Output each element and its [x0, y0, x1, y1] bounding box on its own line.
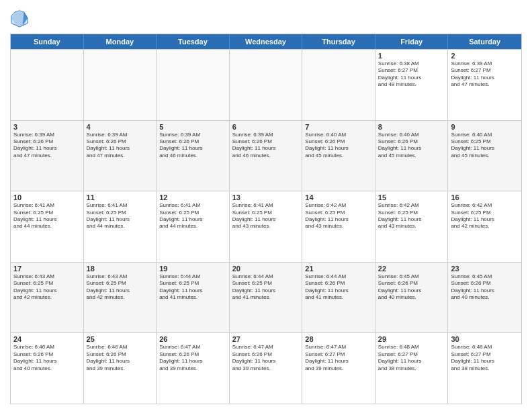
day-number: 14 [305, 193, 372, 201]
day-info: Sunrise: 6:39 AM Sunset: 6:27 PM Dayligh… [451, 60, 519, 89]
day-number: 2 [451, 52, 519, 60]
cal-cell-empty-4 [302, 50, 375, 120]
cal-cell-20: 20Sunrise: 6:44 AM Sunset: 6:25 PM Dayli… [230, 263, 303, 333]
cal-cell-10: 10Sunrise: 6:41 AM Sunset: 6:25 PM Dayli… [11, 191, 84, 262]
cal-cell-empty-2 [157, 50, 230, 120]
cal-cell-4: 4Sunrise: 6:39 AM Sunset: 6:26 PM Daylig… [84, 121, 157, 191]
day-info: Sunrise: 6:47 AM Sunset: 6:27 PM Dayligh… [305, 344, 372, 372]
cal-cell-28: 28Sunrise: 6:47 AM Sunset: 6:27 PM Dayli… [302, 333, 375, 404]
day-number: 29 [378, 335, 445, 343]
cal-cell-26: 26Sunrise: 6:47 AM Sunset: 6:26 PM Dayli… [157, 333, 230, 404]
calendar-row-2: 10Sunrise: 6:41 AM Sunset: 6:25 PM Dayli… [11, 191, 521, 262]
logo [10, 9, 32, 28]
cal-cell-3: 3Sunrise: 6:39 AM Sunset: 6:26 PM Daylig… [11, 121, 84, 191]
day-info: Sunrise: 6:45 AM Sunset: 6:26 PM Dayligh… [451, 273, 519, 302]
day-header-monday: Monday [84, 34, 157, 49]
day-info: Sunrise: 6:48 AM Sunset: 6:27 PM Dayligh… [451, 344, 519, 372]
cal-cell-30: 30Sunrise: 6:48 AM Sunset: 6:27 PM Dayli… [448, 333, 521, 404]
day-info: Sunrise: 6:40 AM Sunset: 6:26 PM Dayligh… [305, 132, 372, 160]
day-info: Sunrise: 6:47 AM Sunset: 6:26 PM Dayligh… [159, 344, 226, 372]
cal-cell-18: 18Sunrise: 6:43 AM Sunset: 6:25 PM Dayli… [84, 263, 157, 333]
calendar-row-1: 3Sunrise: 6:39 AM Sunset: 6:26 PM Daylig… [11, 120, 521, 191]
day-info: Sunrise: 6:48 AM Sunset: 6:27 PM Dayligh… [378, 344, 445, 372]
cal-cell-16: 16Sunrise: 6:42 AM Sunset: 6:25 PM Dayli… [448, 191, 521, 262]
page: SundayMondayTuesdayWednesdayThursdayFrid… [0, 0, 532, 411]
day-number: 1 [378, 52, 445, 60]
day-info: Sunrise: 6:41 AM Sunset: 6:25 PM Dayligh… [13, 202, 81, 230]
day-info: Sunrise: 6:38 AM Sunset: 6:27 PM Dayligh… [378, 60, 445, 89]
day-number: 13 [232, 193, 300, 201]
day-info: Sunrise: 6:42 AM Sunset: 6:25 PM Dayligh… [451, 202, 519, 230]
cal-cell-14: 14Sunrise: 6:42 AM Sunset: 6:25 PM Dayli… [302, 191, 375, 262]
cal-cell-7: 7Sunrise: 6:40 AM Sunset: 6:26 PM Daylig… [302, 121, 375, 191]
calendar-row-4: 24Sunrise: 6:46 AM Sunset: 6:26 PM Dayli… [11, 332, 521, 404]
day-number: 23 [451, 265, 519, 273]
cal-cell-13: 13Sunrise: 6:41 AM Sunset: 6:25 PM Dayli… [230, 191, 303, 262]
day-number: 3 [13, 123, 81, 131]
day-info: Sunrise: 6:40 AM Sunset: 6:25 PM Dayligh… [451, 132, 519, 160]
day-info: Sunrise: 6:44 AM Sunset: 6:25 PM Dayligh… [232, 273, 300, 302]
day-number: 20 [232, 265, 300, 273]
day-header-tuesday: Tuesday [157, 34, 230, 49]
day-number: 30 [451, 335, 519, 343]
cal-cell-17: 17Sunrise: 6:43 AM Sunset: 6:25 PM Dayli… [11, 263, 84, 333]
calendar-header: SundayMondayTuesdayWednesdayThursdayFrid… [11, 34, 521, 49]
day-info: Sunrise: 6:39 AM Sunset: 6:26 PM Dayligh… [87, 132, 154, 160]
day-number: 24 [13, 335, 81, 343]
day-number: 28 [305, 335, 372, 343]
calendar-body: 1Sunrise: 6:38 AM Sunset: 6:27 PM Daylig… [11, 49, 521, 404]
day-number: 21 [305, 265, 372, 273]
day-info: Sunrise: 6:46 AM Sunset: 6:26 PM Dayligh… [87, 344, 154, 372]
day-info: Sunrise: 6:39 AM Sunset: 6:26 PM Dayligh… [13, 132, 81, 160]
day-info: Sunrise: 6:39 AM Sunset: 6:26 PM Dayligh… [232, 132, 300, 160]
day-number: 8 [378, 123, 445, 131]
cal-cell-8: 8Sunrise: 6:40 AM Sunset: 6:26 PM Daylig… [375, 121, 449, 191]
day-number: 19 [159, 265, 226, 273]
day-number: 12 [159, 193, 226, 201]
day-number: 5 [159, 123, 226, 131]
cal-cell-19: 19Sunrise: 6:44 AM Sunset: 6:25 PM Dayli… [157, 263, 230, 333]
cal-cell-2: 2Sunrise: 6:39 AM Sunset: 6:27 PM Daylig… [448, 50, 521, 120]
day-number: 15 [378, 193, 445, 201]
cal-cell-24: 24Sunrise: 6:46 AM Sunset: 6:26 PM Dayli… [11, 333, 84, 404]
calendar-row-0: 1Sunrise: 6:38 AM Sunset: 6:27 PM Daylig… [11, 49, 521, 120]
cal-cell-15: 15Sunrise: 6:42 AM Sunset: 6:25 PM Dayli… [375, 191, 449, 262]
cal-cell-27: 27Sunrise: 6:47 AM Sunset: 6:26 PM Dayli… [230, 333, 303, 404]
cal-cell-21: 21Sunrise: 6:44 AM Sunset: 6:26 PM Dayli… [302, 263, 375, 333]
cal-cell-empty-3 [230, 50, 303, 120]
day-number: 10 [13, 193, 81, 201]
cal-cell-empty-1 [84, 50, 157, 120]
cal-cell-29: 29Sunrise: 6:48 AM Sunset: 6:27 PM Dayli… [375, 333, 449, 404]
day-header-saturday: Saturday [448, 34, 521, 49]
day-number: 26 [159, 335, 226, 343]
day-number: 27 [232, 335, 300, 343]
day-number: 17 [13, 265, 81, 273]
day-number: 7 [305, 123, 372, 131]
day-number: 4 [87, 123, 154, 131]
logo-icon [10, 9, 29, 28]
day-info: Sunrise: 6:42 AM Sunset: 6:25 PM Dayligh… [378, 202, 445, 230]
day-number: 22 [378, 265, 445, 273]
header [10, 7, 522, 28]
calendar-row-3: 17Sunrise: 6:43 AM Sunset: 6:25 PM Dayli… [11, 262, 521, 333]
day-header-friday: Friday [375, 34, 449, 49]
day-info: Sunrise: 6:39 AM Sunset: 6:26 PM Dayligh… [159, 132, 226, 160]
day-number: 25 [87, 335, 154, 343]
cal-cell-1: 1Sunrise: 6:38 AM Sunset: 6:27 PM Daylig… [375, 50, 449, 120]
calendar: SundayMondayTuesdayWednesdayThursdayFrid… [10, 34, 522, 404]
cal-cell-22: 22Sunrise: 6:45 AM Sunset: 6:26 PM Dayli… [375, 263, 449, 333]
day-info: Sunrise: 6:44 AM Sunset: 6:25 PM Dayligh… [159, 273, 226, 302]
day-header-sunday: Sunday [11, 34, 84, 49]
day-info: Sunrise: 6:45 AM Sunset: 6:26 PM Dayligh… [378, 273, 445, 302]
cal-cell-empty-0 [11, 50, 84, 120]
cal-cell-6: 6Sunrise: 6:39 AM Sunset: 6:26 PM Daylig… [230, 121, 303, 191]
day-info: Sunrise: 6:43 AM Sunset: 6:25 PM Dayligh… [13, 273, 81, 302]
day-number: 16 [451, 193, 519, 201]
cal-cell-23: 23Sunrise: 6:45 AM Sunset: 6:26 PM Dayli… [448, 263, 521, 333]
cal-cell-12: 12Sunrise: 6:41 AM Sunset: 6:25 PM Dayli… [157, 191, 230, 262]
day-info: Sunrise: 6:41 AM Sunset: 6:25 PM Dayligh… [87, 202, 154, 230]
day-number: 18 [87, 265, 154, 273]
cal-cell-5: 5Sunrise: 6:39 AM Sunset: 6:26 PM Daylig… [157, 121, 230, 191]
day-info: Sunrise: 6:46 AM Sunset: 6:26 PM Dayligh… [13, 344, 81, 372]
day-info: Sunrise: 6:41 AM Sunset: 6:25 PM Dayligh… [159, 202, 226, 230]
